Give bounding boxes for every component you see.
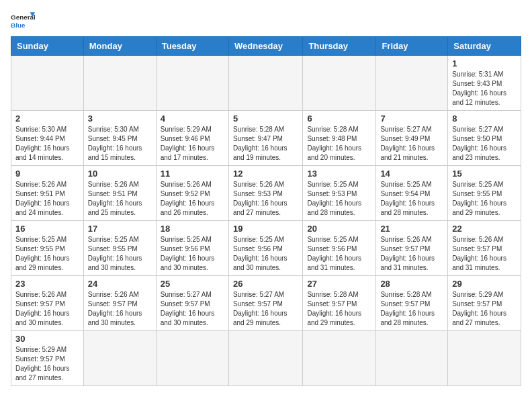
calendar-cell (156, 56, 228, 111)
calendar-cell: 6Sunrise: 5:28 AM Sunset: 9:48 PM Daylig… (303, 111, 376, 166)
day-number: 29 (452, 279, 517, 289)
calendar-cell: 30Sunrise: 5:29 AM Sunset: 9:57 PM Dayli… (11, 331, 84, 386)
day-number: 8 (452, 113, 517, 124)
day-info: Sunrise: 5:26 AM Sunset: 9:51 PM Dayligh… (15, 180, 79, 218)
day-info: Sunrise: 5:27 AM Sunset: 9:50 PM Dayligh… (452, 125, 517, 163)
day-number: 10 (88, 169, 152, 179)
day-info: Sunrise: 5:29 AM Sunset: 9:46 PM Dayligh… (161, 125, 224, 163)
day-number: 28 (380, 279, 443, 289)
day-info: Sunrise: 5:29 AM Sunset: 9:57 PM Dayligh… (15, 345, 79, 383)
day-number: 1 (452, 58, 517, 68)
day-info: Sunrise: 5:26 AM Sunset: 9:57 PM Dayligh… (380, 235, 443, 273)
day-info: Sunrise: 5:28 AM Sunset: 9:48 PM Dayligh… (307, 125, 371, 163)
day-info: Sunrise: 5:28 AM Sunset: 9:57 PM Dayligh… (380, 290, 443, 328)
generalblue-logo-icon: GeneralBlue (11, 11, 35, 30)
day-number: 13 (307, 169, 371, 179)
calendar-cell: 17Sunrise: 5:25 AM Sunset: 9:55 PM Dayli… (83, 221, 156, 276)
weekday-header-thursday: Thursday (303, 37, 376, 56)
week-row-6: 30Sunrise: 5:29 AM Sunset: 9:57 PM Dayli… (11, 331, 521, 386)
calendar-cell: 11Sunrise: 5:26 AM Sunset: 9:52 PM Dayli… (156, 166, 228, 221)
calendar-cell: 12Sunrise: 5:26 AM Sunset: 9:53 PM Dayli… (228, 166, 302, 221)
day-number: 17 (88, 224, 152, 234)
day-info: Sunrise: 5:26 AM Sunset: 9:57 PM Dayligh… (88, 290, 152, 328)
calendar-cell (228, 331, 302, 386)
calendar-cell (11, 56, 84, 111)
week-row-1: 1Sunrise: 5:31 AM Sunset: 9:43 PM Daylig… (11, 56, 521, 111)
day-number: 11 (161, 169, 224, 179)
day-info: Sunrise: 5:26 AM Sunset: 9:51 PM Dayligh… (88, 180, 152, 218)
day-info: Sunrise: 5:26 AM Sunset: 9:52 PM Dayligh… (161, 180, 224, 218)
calendar-cell (228, 56, 302, 111)
day-number: 19 (233, 224, 298, 234)
calendar-cell: 23Sunrise: 5:26 AM Sunset: 9:57 PM Dayli… (11, 276, 84, 331)
weekday-header-friday: Friday (376, 37, 448, 56)
day-number: 27 (307, 279, 371, 289)
calendar-cell: 3Sunrise: 5:30 AM Sunset: 9:45 PM Daylig… (83, 111, 156, 166)
weekday-header-tuesday: Tuesday (156, 37, 228, 56)
day-number: 22 (452, 224, 517, 234)
day-info: Sunrise: 5:28 AM Sunset: 9:57 PM Dayligh… (307, 290, 371, 328)
day-info: Sunrise: 5:27 AM Sunset: 9:57 PM Dayligh… (233, 290, 298, 328)
calendar-table: SundayMondayTuesdayWednesdayThursdayFrid… (11, 36, 521, 386)
calendar-cell: 10Sunrise: 5:26 AM Sunset: 9:51 PM Dayli… (83, 166, 156, 221)
calendar-cell: 4Sunrise: 5:29 AM Sunset: 9:46 PM Daylig… (156, 111, 228, 166)
day-number: 5 (233, 113, 298, 124)
calendar-cell (83, 56, 156, 111)
week-row-5: 23Sunrise: 5:26 AM Sunset: 9:57 PM Dayli… (11, 276, 521, 331)
day-number: 18 (161, 224, 224, 234)
day-info: Sunrise: 5:25 AM Sunset: 9:56 PM Dayligh… (161, 235, 224, 273)
calendar-cell: 18Sunrise: 5:25 AM Sunset: 9:56 PM Dayli… (156, 221, 228, 276)
day-info: Sunrise: 5:27 AM Sunset: 9:49 PM Dayligh… (380, 125, 443, 163)
calendar-cell: 8Sunrise: 5:27 AM Sunset: 9:50 PM Daylig… (448, 111, 521, 166)
weekday-header-monday: Monday (83, 37, 156, 56)
day-info: Sunrise: 5:26 AM Sunset: 9:57 PM Dayligh… (452, 235, 517, 273)
day-number: 6 (307, 113, 371, 124)
day-info: Sunrise: 5:30 AM Sunset: 9:44 PM Dayligh… (15, 125, 79, 163)
day-info: Sunrise: 5:25 AM Sunset: 9:54 PM Dayligh… (380, 180, 443, 218)
day-number: 15 (452, 169, 517, 179)
calendar-cell: 25Sunrise: 5:27 AM Sunset: 9:57 PM Dayli… (156, 276, 228, 331)
day-info: Sunrise: 5:27 AM Sunset: 9:57 PM Dayligh… (161, 290, 224, 328)
weekday-header-saturday: Saturday (448, 37, 521, 56)
calendar-cell: 7Sunrise: 5:27 AM Sunset: 9:49 PM Daylig… (376, 111, 448, 166)
day-number: 23 (15, 279, 79, 289)
day-number: 3 (88, 113, 152, 124)
weekday-header-wednesday: Wednesday (228, 37, 302, 56)
day-number: 16 (15, 224, 79, 234)
calendar-cell: 13Sunrise: 5:25 AM Sunset: 9:53 PM Dayli… (303, 166, 376, 221)
weekday-header-row: SundayMondayTuesdayWednesdayThursdayFrid… (11, 37, 521, 56)
day-info: Sunrise: 5:25 AM Sunset: 9:56 PM Dayligh… (233, 235, 298, 273)
calendar-cell: 5Sunrise: 5:28 AM Sunset: 9:47 PM Daylig… (228, 111, 302, 166)
day-number: 14 (380, 169, 443, 179)
week-row-3: 9Sunrise: 5:26 AM Sunset: 9:51 PM Daylig… (11, 166, 521, 221)
calendar-cell: 2Sunrise: 5:30 AM Sunset: 9:44 PM Daylig… (11, 111, 84, 166)
logo: GeneralBlue (11, 11, 35, 30)
svg-text:Blue: Blue (11, 21, 26, 29)
day-info: Sunrise: 5:25 AM Sunset: 9:55 PM Dayligh… (452, 180, 517, 218)
day-info: Sunrise: 5:25 AM Sunset: 9:55 PM Dayligh… (88, 235, 152, 273)
calendar-header: GeneralBlue (11, 11, 521, 30)
calendar-cell: 22Sunrise: 5:26 AM Sunset: 9:57 PM Dayli… (448, 221, 521, 276)
day-info: Sunrise: 5:28 AM Sunset: 9:47 PM Dayligh… (233, 125, 298, 163)
day-info: Sunrise: 5:26 AM Sunset: 9:53 PM Dayligh… (233, 180, 298, 218)
day-number: 30 (15, 334, 79, 344)
day-number: 20 (307, 224, 371, 234)
weekday-header-sunday: Sunday (11, 37, 84, 56)
week-row-2: 2Sunrise: 5:30 AM Sunset: 9:44 PM Daylig… (11, 111, 521, 166)
day-info: Sunrise: 5:25 AM Sunset: 9:55 PM Dayligh… (15, 235, 79, 273)
calendar-cell: 20Sunrise: 5:25 AM Sunset: 9:56 PM Dayli… (303, 221, 376, 276)
calendar-cell (156, 331, 228, 386)
calendar-cell: 9Sunrise: 5:26 AM Sunset: 9:51 PM Daylig… (11, 166, 84, 221)
calendar-cell: 24Sunrise: 5:26 AM Sunset: 9:57 PM Dayli… (83, 276, 156, 331)
calendar-cell (376, 56, 448, 111)
calendar-cell: 29Sunrise: 5:29 AM Sunset: 9:57 PM Dayli… (448, 276, 521, 331)
calendar-cell: 19Sunrise: 5:25 AM Sunset: 9:56 PM Dayli… (228, 221, 302, 276)
calendar-cell: 1Sunrise: 5:31 AM Sunset: 9:43 PM Daylig… (448, 56, 521, 111)
calendar-cell (303, 56, 376, 111)
calendar-cell (83, 331, 156, 386)
calendar-cell: 15Sunrise: 5:25 AM Sunset: 9:55 PM Dayli… (448, 166, 521, 221)
day-number: 25 (161, 279, 224, 289)
day-info: Sunrise: 5:26 AM Sunset: 9:57 PM Dayligh… (15, 290, 79, 328)
calendar-cell: 28Sunrise: 5:28 AM Sunset: 9:57 PM Dayli… (376, 276, 448, 331)
day-number: 21 (380, 224, 443, 234)
